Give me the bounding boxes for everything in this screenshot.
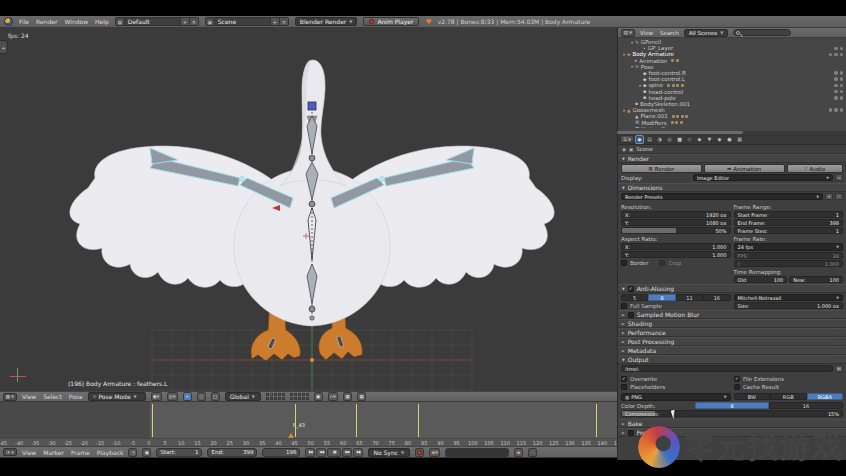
layer-toggle[interactable] — [290, 397, 293, 400]
panel-grip-icon[interactable]: ┄┄ — [836, 185, 843, 190]
folder-icon[interactable]: ▤ — [835, 365, 843, 372]
full-sample-checkbox[interactable] — [621, 303, 627, 309]
topbar-menu-help[interactable]: Help — [95, 18, 109, 25]
editor-type-viewport-button[interactable]: ▦▼ — [3, 393, 17, 401]
blender-logo-icon[interactable] — [4, 17, 13, 26]
fps-base-field[interactable]: /:1.000 — [734, 260, 844, 267]
editor-type-timeline-button[interactable]: ◔▼ — [3, 448, 17, 456]
render-engine-dropdown[interactable]: Blender Render ▼ — [295, 17, 358, 26]
start-frame-field[interactable]: Start:1 — [156, 448, 202, 457]
restrict-toggle-icon[interactable] — [840, 77, 844, 81]
restrict-toggle-icon[interactable] — [840, 53, 844, 57]
checkbox-cache-result[interactable]: Cache Result — [734, 383, 843, 390]
viewport-menu-select[interactable]: Select — [43, 393, 62, 400]
remap-new-field[interactable]: New:100 — [789, 276, 843, 283]
layer-toggle[interactable] — [294, 397, 297, 400]
panel-grip-icon[interactable]: ┄┄ — [836, 156, 843, 161]
screen-layout-selector[interactable]: ▦ Default + ✕ — [115, 17, 199, 26]
manipulator-translate-button[interactable]: + — [183, 392, 192, 401]
restrict-toggle-icon[interactable] — [840, 108, 844, 112]
output-path-field[interactable]: /tmp\ — [621, 365, 833, 372]
viewport-menu-view[interactable]: View — [22, 393, 36, 400]
anim-player-button[interactable]: Anim Player — [363, 17, 419, 26]
panel-grip-icon[interactable]: ┄┄ — [836, 330, 843, 335]
editor-type-outliner-button[interactable]: ▤▼ — [621, 29, 635, 37]
layer-toggle[interactable] — [278, 397, 281, 400]
timeline-menu-playback[interactable]: Playback — [97, 449, 124, 456]
render-audio-button[interactable]: ♪Audio — [787, 164, 844, 173]
aspect-x-field[interactable]: X:1.000 — [621, 243, 731, 250]
panel-shading[interactable]: ►Shading┄┄ — [618, 319, 846, 328]
layer-toggle[interactable] — [294, 393, 297, 396]
timeline-menu-marker[interactable]: Marker — [43, 449, 64, 456]
restrict-toggle-icon[interactable] — [840, 71, 844, 75]
record-button[interactable] — [415, 448, 424, 457]
delete-layout-button[interactable]: ✕ — [190, 17, 199, 26]
render-animation-button[interactable]: ▬Animation — [704, 164, 785, 173]
layer-grid-left[interactable] — [266, 393, 285, 400]
layer-toggle[interactable] — [298, 393, 301, 396]
object-data-tab[interactable]: ▼ — [705, 135, 714, 144]
topbar-menu-file[interactable]: File — [19, 18, 29, 25]
constraints-tab[interactable]: ◇ — [685, 135, 694, 144]
restrict-toggle-icon[interactable] — [829, 108, 833, 112]
material-tab[interactable]: ● — [725, 135, 734, 144]
opengl-render-image-button[interactable]: ▦ — [343, 392, 352, 401]
layer-toggle[interactable] — [270, 397, 273, 400]
panel-render[interactable]: ▼ Render ┄┄ — [618, 154, 846, 163]
layer-toggle[interactable] — [282, 393, 285, 396]
timeline-menu-view[interactable]: View — [22, 449, 36, 456]
world-tab[interactable]: ◎ — [665, 135, 674, 144]
scene-selector[interactable]: ▣ Scene + ✕ — [205, 17, 289, 26]
delete-keyframe-icon[interactable]: ◇ — [528, 448, 537, 457]
prev-keyframe-button[interactable]: ◀◀ — [316, 448, 326, 457]
editor-type-properties-button[interactable]: ☰▼ — [620, 135, 634, 143]
layer-toggle[interactable] — [302, 397, 305, 400]
display-options-button[interactable]: ▫ — [835, 174, 843, 181]
mode-dropdown[interactable]: ⊙Pose Mode ▼ — [88, 392, 146, 401]
panel-performance[interactable]: ►Performance┄┄ — [618, 328, 846, 337]
timeline-ruler[interactable]: -45-40-35-30-25-20-15-10-505101520253035… — [0, 438, 617, 446]
resolution-percentage-slider[interactable]: 50% — [621, 227, 731, 234]
restrict-toggle-icon[interactable] — [840, 47, 844, 51]
restrict-toggle-icon[interactable] — [834, 108, 838, 112]
start-frame-field[interactable]: Start Frame:1 — [734, 211, 844, 218]
checkbox-file-extensions[interactable]: ✓File Extensions — [734, 375, 843, 382]
restrict-toggle-icon[interactable] — [834, 96, 838, 100]
current-frame-field[interactable]: 196 — [262, 448, 300, 457]
layer-toggle[interactable] — [278, 393, 281, 396]
checkbox-overwrite[interactable]: ✓Overwrite — [621, 375, 730, 382]
panel-grip-icon[interactable]: ┄┄ — [836, 286, 843, 291]
restrict-toggle-icon[interactable] — [840, 84, 844, 88]
layer-toggle[interactable] — [266, 397, 269, 400]
panel-grip-icon[interactable]: ┄┄ — [836, 357, 843, 362]
aspect-y-field[interactable]: Y:1.000 — [621, 251, 731, 258]
resolution-y-field[interactable]: Y:1080 px — [621, 219, 731, 226]
channel-bw-button[interactable]: BW — [734, 393, 771, 400]
crop-checkbox[interactable] — [659, 260, 665, 266]
render-button[interactable]: ▦Render — [621, 164, 702, 173]
panel-output[interactable]: ▼ Output ┄┄ — [618, 355, 846, 364]
lock-time-toggle-icon[interactable]: ▣ — [142, 448, 151, 457]
frame-step-field[interactable]: Frame Step:1 — [734, 227, 844, 234]
layer-toggle[interactable] — [270, 393, 273, 396]
panel-anti-aliasing[interactable]: ▼ ✓ Anti-Aliasing ┄┄ — [618, 284, 846, 293]
resolution-x-field[interactable]: X:1920 px — [621, 211, 731, 218]
layer-toggle[interactable] — [306, 393, 309, 396]
channel-rgb-button[interactable]: RGB — [770, 393, 807, 400]
delete-scene-button[interactable]: ✕ — [280, 17, 289, 26]
border-checkbox[interactable] — [621, 260, 627, 266]
jump-to-start-button[interactable]: ▮◀ — [305, 448, 315, 457]
layer-toggle[interactable] — [302, 393, 305, 396]
render-presets-dropdown[interactable]: Render Presets▼ — [621, 193, 823, 200]
restrict-toggle-icon[interactable] — [840, 96, 844, 100]
toolshelf-expand-tab[interactable]: + — [0, 40, 8, 54]
sync-dropdown[interactable]: No Sync ▼ — [368, 448, 410, 457]
aa-sample-8-button[interactable]: 8 — [648, 294, 675, 301]
restrict-toggle-icon[interactable] — [834, 53, 838, 57]
render-layers-tab[interactable]: ▤ — [645, 135, 654, 144]
modifiers-tab[interactable]: ◆ — [695, 135, 704, 144]
restrict-toggle-icon[interactable] — [834, 71, 838, 75]
panel-sampled-motion-blur[interactable]: ►Sampled Motion Blur┄┄ — [618, 310, 846, 319]
depth-16-button[interactable]: 16 — [769, 402, 843, 409]
